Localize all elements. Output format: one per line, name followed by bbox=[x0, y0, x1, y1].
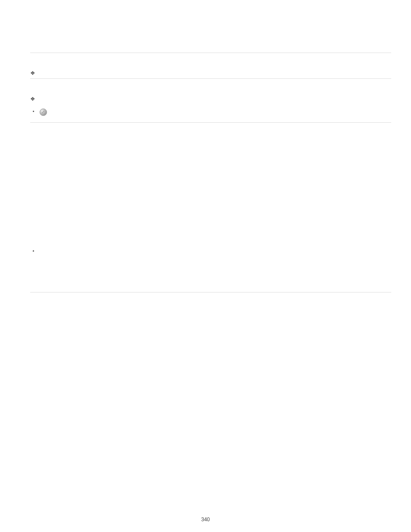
page-number: 340 bbox=[0, 516, 411, 523]
sub-bullet-list bbox=[30, 108, 391, 116]
bullet-item: ❖ bbox=[30, 69, 391, 76]
section-2: ❖ bbox=[30, 79, 391, 122]
spacer bbox=[30, 123, 391, 243]
section-1: ❖ bbox=[30, 53, 391, 78]
document-page: ❖ ❖ bbox=[0, 0, 411, 532]
diamond-bullet-icon: ❖ bbox=[30, 70, 35, 76]
sub-bullet-item bbox=[36, 108, 391, 116]
content-area: ❖ ❖ bbox=[30, 0, 391, 292]
spacer bbox=[30, 249, 391, 292]
diamond-bullet-icon: ❖ bbox=[30, 96, 35, 102]
divider bbox=[30, 292, 391, 292]
bullet-item: ❖ bbox=[30, 95, 391, 102]
compass-icon bbox=[40, 109, 47, 116]
